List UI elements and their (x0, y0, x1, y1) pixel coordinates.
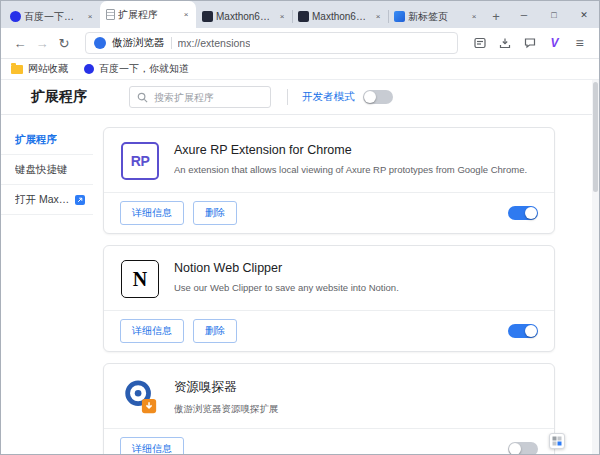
browser-window: 百度一下，你就知道 × 扩展程序 × Maxthon6插件中心 × Maxtho… (0, 0, 600, 455)
developer-mode-toggle[interactable] (363, 90, 393, 104)
address-bar[interactable]: 傲游浏览器 mx://extensions (85, 32, 458, 54)
menu-icon[interactable]: ≡ (568, 32, 591, 55)
address-url: mx://extensions (178, 37, 251, 49)
refresh-button[interactable]: ↻ (53, 32, 75, 54)
sidebar-item-label: 扩展程序 (15, 133, 57, 147)
tab-maxthon-plugin-center-1[interactable]: Maxthon6插件中心 × (196, 5, 292, 28)
chat-icon[interactable] (518, 32, 541, 55)
close-button[interactable]: ✕ (569, 1, 599, 28)
extension-texts: Axure RP Extension for Chrome An extensi… (174, 141, 538, 181)
extension-name: 资源嗅探器 (174, 379, 538, 396)
folder-icon (11, 65, 23, 74)
assistant-icon (552, 436, 562, 446)
tab-close-icon[interactable]: × (276, 11, 288, 23)
extension-enabled-toggle[interactable] (508, 206, 538, 220)
maxthon-favicon-icon (394, 11, 405, 22)
window-controls: ─ □ ✕ (509, 1, 599, 28)
document-favicon-icon (106, 9, 115, 20)
extension-enabled-toggle[interactable] (508, 324, 538, 338)
menu-glyph: ≡ (575, 35, 583, 51)
extension-texts: Notion Web Clipper Use our Web Clipper t… (174, 259, 538, 299)
search-icon (137, 92, 148, 103)
baidu-favicon-icon (10, 11, 21, 22)
details-button[interactable]: 详细信息 (120, 201, 184, 225)
card-top: RP Axure RP Extension for Chrome An exte… (104, 128, 554, 192)
extension-card-notion: N Notion Web Clipper Use our Web Clipper… (103, 245, 555, 352)
maximize-button[interactable]: □ (539, 1, 569, 28)
extensions-list: RP Axure RP Extension for Chrome An exte… (93, 115, 599, 454)
details-button[interactable]: 详细信息 (120, 319, 184, 343)
page-body: 扩展程序 键盘快捷键 打开 Maxthon 网... (1, 115, 599, 454)
card-actions: 详细信息 (104, 428, 554, 454)
tab-close-icon[interactable]: × (84, 11, 96, 23)
extension-description: 傲游浏览器资源嗅探扩展 (174, 403, 538, 416)
remove-button[interactable]: 删除 (193, 201, 237, 225)
extension-texts: 资源嗅探器 傲游浏览器资源嗅探扩展 (174, 377, 538, 417)
assistant-button[interactable] (549, 433, 565, 449)
tab-bar: 百度一下，你就知道 × 扩展程序 × Maxthon6插件中心 × Maxtho… (1, 1, 599, 28)
sidebar-item-label: 键盘快捷键 (15, 163, 68, 177)
tab-new-tab-page[interactable]: 新标签页 × (388, 5, 484, 28)
page-title: 扩展程序 (31, 88, 87, 106)
tab-close-icon[interactable]: × (372, 11, 384, 23)
bookmark-baidu[interactable]: 百度一下，你就知道 (84, 62, 189, 76)
site-name: 傲游浏览器 (112, 36, 165, 50)
tab-title: 扩展程序 (118, 8, 177, 22)
sidebar: 扩展程序 键盘快捷键 打开 Maxthon 网... (1, 115, 93, 454)
back-button[interactable]: ← (9, 32, 31, 54)
toolbar: ← → ↻ 傲游浏览器 mx://extensions (1, 28, 599, 59)
extension-name: Notion Web Clipper (174, 261, 538, 275)
bookmarks-bar: 网站收藏 百度一下，你就知道 (1, 59, 599, 80)
tab-title: Maxthon6插件中心 (216, 10, 273, 24)
notion-extension-icon: N (120, 259, 160, 299)
extension-description: An extension that allows local viewing o… (174, 164, 538, 175)
bookmark-label: 网站收藏 (28, 62, 68, 76)
tab-close-icon[interactable]: × (468, 11, 480, 23)
tab-title: 新标签页 (408, 10, 465, 24)
extensions-page: 扩展程序 开发者模式 扩展程序 键盘快捷键 (1, 80, 599, 454)
sidebar-item-keyboard-shortcuts[interactable]: 键盘快捷键 (1, 155, 93, 185)
remove-button[interactable]: 删除 (193, 319, 237, 343)
header-divider (287, 89, 288, 105)
address-separator (171, 37, 172, 49)
tab-title: 百度一下，你就知道 (24, 10, 81, 24)
page-header: 扩展程序 开发者模式 (1, 80, 599, 115)
axure-icon-text: RP (131, 153, 149, 169)
sidebar-item-extensions[interactable]: 扩展程序 (1, 125, 93, 155)
download-icon[interactable] (493, 32, 516, 55)
card-actions: 详细信息 删除 (104, 192, 554, 233)
sidebar-item-open-maxthon-store[interactable]: 打开 Maxthon 网... (1, 185, 93, 215)
toolbar-actions: V ≡ (468, 32, 591, 55)
vbox-icon[interactable]: V (543, 32, 566, 55)
bookmark-folder-favorites[interactable]: 网站收藏 (11, 62, 68, 76)
developer-mode: 开发者模式 (302, 90, 393, 104)
reader-mode-icon[interactable] (468, 32, 491, 55)
card-top: 资源嗅探器 傲游浏览器资源嗅探扩展 (104, 364, 554, 428)
details-button[interactable]: 详细信息 (120, 437, 184, 454)
external-link-icon (75, 195, 85, 205)
sidebar-item-label: 打开 Maxthon 网... (15, 193, 71, 207)
extension-enabled-toggle[interactable] (508, 442, 538, 454)
scrollbar-thumb[interactable] (593, 82, 598, 192)
tab-baidu[interactable]: 百度一下，你就知道 × (4, 5, 100, 28)
card-top: N Notion Web Clipper Use our Web Clipper… (104, 246, 554, 310)
extension-search-box[interactable] (129, 86, 271, 108)
tab-title: Maxthon6插件中心 (312, 10, 369, 24)
card-actions: 详细信息 删除 (104, 310, 554, 351)
maxthon-favicon-icon (202, 11, 213, 22)
baidu-favicon-icon (84, 64, 94, 74)
new-tab-button[interactable]: + (484, 5, 508, 28)
search-input[interactable] (154, 92, 263, 103)
extension-card-axure: RP Axure RP Extension for Chrome An exte… (103, 127, 555, 234)
tab-maxthon-plugin-center-2[interactable]: Maxthon6插件中心 × (292, 5, 388, 28)
tab-extensions[interactable]: 扩展程序 × (100, 1, 196, 28)
minimize-button[interactable]: ─ (509, 1, 539, 28)
resource-sniffer-icon (120, 377, 160, 417)
forward-button[interactable]: → (31, 32, 53, 54)
tab-close-icon[interactable]: × (180, 9, 192, 21)
extension-description: Use our Web Clipper to save any website … (174, 282, 538, 293)
axure-extension-icon: RP (120, 141, 160, 181)
scrollbar[interactable] (592, 80, 599, 454)
extension-name: Axure RP Extension for Chrome (174, 143, 538, 157)
site-favicon-icon (94, 37, 106, 49)
